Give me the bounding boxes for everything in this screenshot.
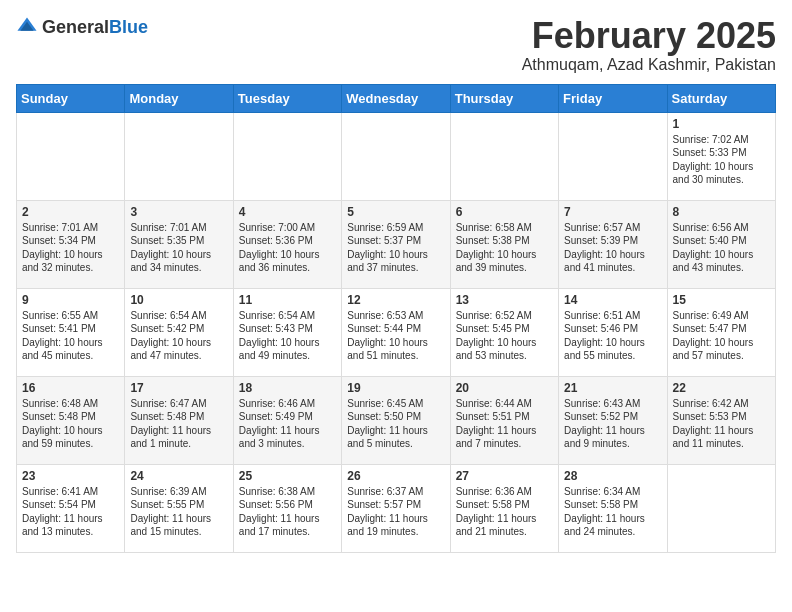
calendar-cell: 7Sunrise: 6:57 AM Sunset: 5:39 PM Daylig… — [559, 200, 667, 288]
day-number: 1 — [673, 117, 770, 131]
day-info: Sunrise: 6:38 AM Sunset: 5:56 PM Dayligh… — [239, 485, 336, 539]
calendar-cell: 20Sunrise: 6:44 AM Sunset: 5:51 PM Dayli… — [450, 376, 558, 464]
day-number: 12 — [347, 293, 444, 307]
day-number: 21 — [564, 381, 661, 395]
calendar-cell: 26Sunrise: 6:37 AM Sunset: 5:57 PM Dayli… — [342, 464, 450, 552]
day-number: 26 — [347, 469, 444, 483]
day-info: Sunrise: 6:43 AM Sunset: 5:52 PM Dayligh… — [564, 397, 661, 451]
day-info: Sunrise: 6:55 AM Sunset: 5:41 PM Dayligh… — [22, 309, 119, 363]
day-number: 14 — [564, 293, 661, 307]
calendar-cell: 12Sunrise: 6:53 AM Sunset: 5:44 PM Dayli… — [342, 288, 450, 376]
day-number: 18 — [239, 381, 336, 395]
day-info: Sunrise: 6:39 AM Sunset: 5:55 PM Dayligh… — [130, 485, 227, 539]
day-info: Sunrise: 6:44 AM Sunset: 5:51 PM Dayligh… — [456, 397, 553, 451]
day-info: Sunrise: 6:46 AM Sunset: 5:49 PM Dayligh… — [239, 397, 336, 451]
calendar-table: SundayMondayTuesdayWednesdayThursdayFrid… — [16, 84, 776, 553]
day-info: Sunrise: 6:34 AM Sunset: 5:58 PM Dayligh… — [564, 485, 661, 539]
calendar-cell — [667, 464, 775, 552]
weekday-header-wednesday: Wednesday — [342, 84, 450, 112]
day-number: 3 — [130, 205, 227, 219]
calendar-cell: 16Sunrise: 6:48 AM Sunset: 5:48 PM Dayli… — [17, 376, 125, 464]
day-info: Sunrise: 6:37 AM Sunset: 5:57 PM Dayligh… — [347, 485, 444, 539]
calendar-cell: 28Sunrise: 6:34 AM Sunset: 5:58 PM Dayli… — [559, 464, 667, 552]
logo-general: General — [42, 17, 109, 37]
day-number: 15 — [673, 293, 770, 307]
day-info: Sunrise: 6:54 AM Sunset: 5:43 PM Dayligh… — [239, 309, 336, 363]
day-info: Sunrise: 6:52 AM Sunset: 5:45 PM Dayligh… — [456, 309, 553, 363]
day-info: Sunrise: 6:54 AM Sunset: 5:42 PM Dayligh… — [130, 309, 227, 363]
logo-icon — [16, 16, 38, 38]
day-info: Sunrise: 6:45 AM Sunset: 5:50 PM Dayligh… — [347, 397, 444, 451]
calendar-cell: 25Sunrise: 6:38 AM Sunset: 5:56 PM Dayli… — [233, 464, 341, 552]
day-info: Sunrise: 6:57 AM Sunset: 5:39 PM Dayligh… — [564, 221, 661, 275]
day-number: 11 — [239, 293, 336, 307]
calendar-cell: 11Sunrise: 6:54 AM Sunset: 5:43 PM Dayli… — [233, 288, 341, 376]
day-number: 5 — [347, 205, 444, 219]
day-number: 17 — [130, 381, 227, 395]
calendar-cell: 8Sunrise: 6:56 AM Sunset: 5:40 PM Daylig… — [667, 200, 775, 288]
week-row-5: 23Sunrise: 6:41 AM Sunset: 5:54 PM Dayli… — [17, 464, 776, 552]
calendar-cell: 4Sunrise: 7:00 AM Sunset: 5:36 PM Daylig… — [233, 200, 341, 288]
calendar-cell: 23Sunrise: 6:41 AM Sunset: 5:54 PM Dayli… — [17, 464, 125, 552]
day-info: Sunrise: 6:41 AM Sunset: 5:54 PM Dayligh… — [22, 485, 119, 539]
day-number: 4 — [239, 205, 336, 219]
calendar-cell: 18Sunrise: 6:46 AM Sunset: 5:49 PM Dayli… — [233, 376, 341, 464]
calendar-cell: 27Sunrise: 6:36 AM Sunset: 5:58 PM Dayli… — [450, 464, 558, 552]
location-title: Athmuqam, Azad Kashmir, Pakistan — [522, 56, 776, 74]
calendar-cell: 5Sunrise: 6:59 AM Sunset: 5:37 PM Daylig… — [342, 200, 450, 288]
day-number: 9 — [22, 293, 119, 307]
calendar-cell: 13Sunrise: 6:52 AM Sunset: 5:45 PM Dayli… — [450, 288, 558, 376]
weekday-header-sunday: Sunday — [17, 84, 125, 112]
day-number: 2 — [22, 205, 119, 219]
weekday-header-tuesday: Tuesday — [233, 84, 341, 112]
day-info: Sunrise: 6:42 AM Sunset: 5:53 PM Dayligh… — [673, 397, 770, 451]
calendar-cell — [342, 112, 450, 200]
day-number: 19 — [347, 381, 444, 395]
logo-text: GeneralBlue — [42, 17, 148, 38]
week-row-2: 2Sunrise: 7:01 AM Sunset: 5:34 PM Daylig… — [17, 200, 776, 288]
day-info: Sunrise: 6:53 AM Sunset: 5:44 PM Dayligh… — [347, 309, 444, 363]
day-info: Sunrise: 6:48 AM Sunset: 5:48 PM Dayligh… — [22, 397, 119, 451]
calendar-cell — [559, 112, 667, 200]
calendar-cell: 21Sunrise: 6:43 AM Sunset: 5:52 PM Dayli… — [559, 376, 667, 464]
calendar-cell: 22Sunrise: 6:42 AM Sunset: 5:53 PM Dayli… — [667, 376, 775, 464]
day-number: 20 — [456, 381, 553, 395]
day-info: Sunrise: 6:59 AM Sunset: 5:37 PM Dayligh… — [347, 221, 444, 275]
day-info: Sunrise: 6:51 AM Sunset: 5:46 PM Dayligh… — [564, 309, 661, 363]
day-number: 25 — [239, 469, 336, 483]
day-number: 28 — [564, 469, 661, 483]
calendar-cell — [125, 112, 233, 200]
logo-blue: Blue — [109, 17, 148, 37]
day-info: Sunrise: 7:00 AM Sunset: 5:36 PM Dayligh… — [239, 221, 336, 275]
month-title: February 2025 — [522, 16, 776, 56]
logo: GeneralBlue — [16, 16, 148, 38]
weekday-header-saturday: Saturday — [667, 84, 775, 112]
calendar-cell: 6Sunrise: 6:58 AM Sunset: 5:38 PM Daylig… — [450, 200, 558, 288]
calendar-cell: 9Sunrise: 6:55 AM Sunset: 5:41 PM Daylig… — [17, 288, 125, 376]
day-number: 23 — [22, 469, 119, 483]
week-row-3: 9Sunrise: 6:55 AM Sunset: 5:41 PM Daylig… — [17, 288, 776, 376]
day-info: Sunrise: 7:01 AM Sunset: 5:34 PM Dayligh… — [22, 221, 119, 275]
day-info: Sunrise: 6:56 AM Sunset: 5:40 PM Dayligh… — [673, 221, 770, 275]
calendar-cell: 14Sunrise: 6:51 AM Sunset: 5:46 PM Dayli… — [559, 288, 667, 376]
week-row-4: 16Sunrise: 6:48 AM Sunset: 5:48 PM Dayli… — [17, 376, 776, 464]
day-number: 13 — [456, 293, 553, 307]
day-number: 7 — [564, 205, 661, 219]
day-number: 10 — [130, 293, 227, 307]
day-number: 6 — [456, 205, 553, 219]
calendar-cell: 10Sunrise: 6:54 AM Sunset: 5:42 PM Dayli… — [125, 288, 233, 376]
calendar-cell — [450, 112, 558, 200]
calendar-cell — [17, 112, 125, 200]
day-number: 22 — [673, 381, 770, 395]
day-number: 27 — [456, 469, 553, 483]
calendar-cell: 17Sunrise: 6:47 AM Sunset: 5:48 PM Dayli… — [125, 376, 233, 464]
day-info: Sunrise: 6:36 AM Sunset: 5:58 PM Dayligh… — [456, 485, 553, 539]
title-block: February 2025 Athmuqam, Azad Kashmir, Pa… — [522, 16, 776, 74]
calendar-cell: 1Sunrise: 7:02 AM Sunset: 5:33 PM Daylig… — [667, 112, 775, 200]
day-info: Sunrise: 6:47 AM Sunset: 5:48 PM Dayligh… — [130, 397, 227, 451]
day-number: 16 — [22, 381, 119, 395]
calendar-cell — [233, 112, 341, 200]
calendar-cell: 2Sunrise: 7:01 AM Sunset: 5:34 PM Daylig… — [17, 200, 125, 288]
day-info: Sunrise: 6:49 AM Sunset: 5:47 PM Dayligh… — [673, 309, 770, 363]
calendar-cell: 15Sunrise: 6:49 AM Sunset: 5:47 PM Dayli… — [667, 288, 775, 376]
